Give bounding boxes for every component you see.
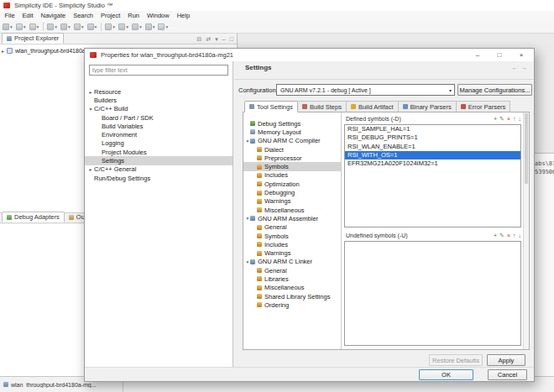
toolbar-button[interactable]: ▾: [118, 24, 128, 30]
collapse-icon[interactable]: ▾: [87, 106, 94, 112]
tab-error-parsers[interactable]: Error Parsers: [457, 101, 511, 112]
collapse-all-icon[interactable]: ⊟: [197, 35, 202, 43]
properties-nav-board-part-sdk[interactable]: Board / Part / SDK: [85, 113, 233, 122]
toolbar-button[interactable]: ▾: [3, 24, 13, 30]
dialog-maximize-button[interactable]: □: [489, 49, 510, 61]
tool-tree-symbols[interactable]: Symbols: [243, 162, 341, 170]
add-icon[interactable]: +: [494, 115, 497, 123]
move-up-icon[interactable]: ↑: [513, 232, 516, 239]
tool-tree-general[interactable]: General: [243, 223, 341, 232]
view-menu-icon[interactable]: ▾: [215, 35, 218, 43]
scrollbar[interactable]: [523, 112, 529, 349]
forward-icon[interactable]: →: [521, 65, 527, 71]
maximize-view-icon[interactable]: □: [230, 35, 233, 43]
tool-tree-shared-library-settings[interactable]: Shared Library Settings: [243, 292, 341, 301]
properties-nav-project-modules[interactable]: Project Modules: [85, 148, 233, 156]
tool-tree-preprocessor[interactable]: Preprocessor: [243, 154, 341, 162]
configuration-dropdown[interactable]: GNU ARM v7.2.1 - debug [ Active ] ▾: [276, 84, 455, 96]
symbol-item[interactable]: RSI_DEBUG_PRINTS=1: [345, 133, 520, 142]
edit-icon[interactable]: ✎: [499, 232, 504, 239]
toolbar-button[interactable]: ▾: [132, 24, 142, 30]
symbol-item[interactable]: EFR32MG21A020F1024IM32=1: [345, 159, 520, 168]
menu-item-project[interactable]: Project: [97, 11, 123, 21]
properties-nav-logging[interactable]: Logging: [85, 139, 233, 148]
tab-project-explorer[interactable]: Project Explorer: [2, 33, 64, 44]
toolbar-button[interactable]: ▾: [16, 24, 26, 30]
tool-tree-includes[interactable]: Includes: [243, 240, 341, 248]
move-down-icon[interactable]: ↓: [519, 115, 522, 123]
toolbar-button[interactable]: ▾: [105, 24, 115, 30]
scrollbar-thumb[interactable]: [525, 113, 528, 184]
tool-tree-gnu-arm-assembler[interactable]: ▾GNU ARM Assembler: [243, 214, 341, 222]
properties-nav-resource[interactable]: ▸Resource: [85, 87, 233, 96]
dialog-close-button[interactable]: ×: [510, 49, 532, 61]
tool-tree-miscellaneous[interactable]: Miscellaneous: [243, 206, 341, 214]
tool-tree-debug-settings[interactable]: Debug Settings: [243, 119, 341, 128]
toolbar-button[interactable]: ▾: [47, 24, 57, 30]
restore-defaults-button[interactable]: Restore Defaults: [429, 354, 483, 366]
move-up-icon[interactable]: ↑: [513, 115, 516, 123]
menu-item-run[interactable]: Run: [124, 11, 144, 21]
expand-icon[interactable]: ▸: [87, 89, 94, 95]
tool-tree-symbols[interactable]: Symbols: [243, 232, 341, 240]
undefined-symbols-list[interactable]: [344, 241, 521, 346]
tab-build-steps[interactable]: Build Steps: [298, 101, 347, 112]
tool-tree-ordering[interactable]: Ordering: [243, 301, 341, 309]
menu-item-file[interactable]: File: [1, 11, 18, 21]
tool-tree-dialect[interactable]: Dialect: [243, 145, 341, 154]
properties-nav-run-debug-settings[interactable]: Run/Debug Settings: [85, 174, 233, 182]
menu-item-help[interactable]: Help: [173, 11, 193, 21]
properties-nav-c-c-build[interactable]: ▾C/C++ Build: [85, 105, 233, 113]
symbol-item[interactable]: RSI_SAMPLE_HAL=1: [345, 125, 520, 133]
tool-tree-general[interactable]: General: [243, 266, 341, 274]
menu-item-search[interactable]: Search: [70, 11, 97, 21]
delete-icon[interactable]: ×: [507, 115, 510, 123]
toolbar-button[interactable]: ▾: [29, 24, 39, 30]
menu-item-edit[interactable]: Edit: [18, 11, 37, 21]
tab-build-artifact[interactable]: Build Artifact: [347, 101, 399, 112]
move-down-icon[interactable]: ↓: [519, 232, 522, 239]
toolbar-button[interactable]: ▾: [145, 24, 155, 30]
expand-icon[interactable]: ▸: [87, 166, 94, 172]
tool-tree-includes[interactable]: Includes: [243, 171, 341, 180]
properties-nav-c-c-general[interactable]: ▸C/C++ General: [85, 165, 233, 174]
tab-binary-parsers[interactable]: Binary Parsers: [399, 101, 457, 112]
properties-nav-settings[interactable]: Settings: [85, 156, 233, 165]
tool-tree-warnings[interactable]: Warnings: [243, 248, 341, 257]
tool-tree-warnings[interactable]: Warnings: [243, 197, 341, 206]
properties-nav-builders[interactable]: Builders: [85, 96, 233, 104]
tab-tool-settings[interactable]: Tool Settings: [244, 101, 298, 112]
properties-nav-environment[interactable]: Environment: [85, 130, 233, 139]
toolbar-button[interactable]: ▾: [87, 24, 97, 30]
filter-input[interactable]: [89, 65, 228, 76]
menu-item-window[interactable]: Window: [144, 11, 174, 21]
toolbar-button[interactable]: ▾: [74, 24, 84, 30]
ok-button[interactable]: OK: [419, 369, 473, 380]
edit-icon[interactable]: ✎: [499, 115, 504, 123]
link-with-editor-icon[interactable]: ⇄: [206, 35, 211, 43]
tool-tree-debugging[interactable]: Debugging: [243, 188, 341, 196]
dialog-minimize-button[interactable]: –: [467, 49, 489, 61]
tool-tree-memory-layout[interactable]: Memory Layout: [243, 128, 341, 136]
tool-tree-gnu-arm-c-linker[interactable]: ▾GNU ARM C Linker: [243, 258, 341, 266]
manage-configurations-button[interactable]: Manage Configurations...: [457, 84, 532, 96]
properties-nav-build-variables[interactable]: Build Variables: [85, 122, 233, 130]
defined-symbols-list[interactable]: RSI_SAMPLE_HAL=1RSI_DEBUG_PRINTS=1RSI_WL…: [344, 124, 521, 227]
symbol-item[interactable]: RSI_WITH_OS=1: [345, 151, 520, 159]
toolbar-button[interactable]: ▾: [60, 24, 71, 30]
tool-tree-optimization[interactable]: Optimization: [243, 180, 341, 188]
tool-tree-libraries[interactable]: Libraries: [243, 274, 341, 283]
toolbar-button[interactable]: ▾: [158, 24, 168, 30]
delete-icon[interactable]: ×: [507, 232, 510, 239]
back-icon[interactable]: ←: [512, 65, 518, 71]
tool-tree-gnu-arm-c-compiler[interactable]: ▾GNU ARM C Compiler: [243, 137, 341, 145]
tab-debug-adapters[interactable]: Debug Adapters: [2, 212, 65, 222]
minimize-view-icon[interactable]: –: [222, 35, 226, 43]
cancel-button[interactable]: Cancel: [488, 369, 527, 380]
menu-item-navigate[interactable]: Navigate: [37, 11, 70, 21]
expand-icon[interactable]: ▸: [0, 48, 6, 54]
symbol-item[interactable]: RSI_WLAN_ENABLE=1: [345, 143, 520, 151]
apply-button[interactable]: Apply: [487, 354, 525, 366]
add-icon[interactable]: +: [494, 232, 497, 239]
tool-tree-miscellaneous[interactable]: Miscellaneous: [243, 284, 341, 292]
